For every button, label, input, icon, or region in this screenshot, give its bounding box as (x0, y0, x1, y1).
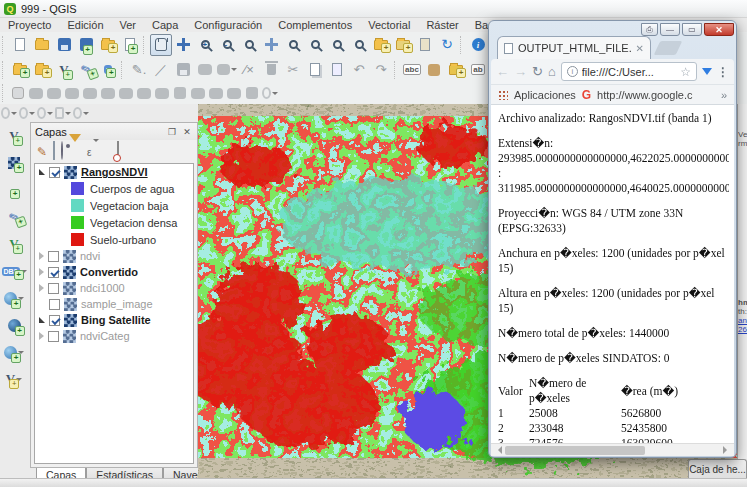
add-spatialite-layer-button[interactable]: , (2, 180, 26, 200)
page-info-icon[interactable]: i (567, 66, 578, 77)
zoom-out-button[interactable]: - (216, 34, 238, 56)
add-ellipse-button[interactable] (36, 105, 54, 121)
layer-checkbox[interactable] (48, 331, 59, 342)
download-arrow-icon[interactable] (702, 68, 712, 80)
paste-features-button[interactable] (326, 59, 348, 81)
home-button[interactable]: ⌂ (548, 65, 556, 79)
layer-item-ndvi[interactable]: ndvi (35, 248, 193, 264)
panel-float-button[interactable]: ❐ (166, 126, 178, 138)
highlight-labels-button[interactable] (445, 59, 467, 81)
move-feature-button[interactable] (216, 59, 238, 81)
label-button[interactable]: abc (401, 59, 423, 81)
layer-item-sample-image[interactable]: sample_image (35, 296, 193, 312)
layer-item-bing-satellite[interactable]: Bing Satellite (35, 312, 193, 328)
add-wfs-layer-button[interactable] (2, 342, 26, 362)
menu-ver[interactable]: Ver (112, 19, 145, 31)
close-tab-icon[interactable]: ✕ (636, 43, 644, 54)
expression-filter-button[interactable]: ε (87, 142, 98, 160)
expand-arrow-icon[interactable] (39, 332, 44, 340)
new-virtual-layer-button[interactable]: V (2, 369, 26, 389)
manage-map-themes-button[interactable] (61, 142, 63, 160)
browser-menu-icon[interactable]: ⋮ (717, 65, 729, 79)
add-raster-layer-button[interactable] (2, 153, 26, 173)
processing-toolbox-tab[interactable]: Caja de he... (688, 459, 747, 478)
add-wms-layer-button[interactable] (2, 288, 26, 308)
move-label-button[interactable]: ab (467, 59, 489, 81)
menu-raster[interactable]: Ráster (418, 19, 466, 31)
offset-curve-button[interactable] (171, 85, 189, 101)
menu-configuracion[interactable]: Configuración (186, 19, 270, 31)
collapse-arrow-icon[interactable] (39, 317, 45, 323)
collapse-arrow-icon[interactable] (39, 169, 45, 175)
menu-proyecto[interactable]: Proyecto (0, 19, 59, 31)
redo-button[interactable]: ↷ (370, 59, 392, 81)
new-gpx-button[interactable]: ✎ (75, 59, 97, 81)
add-regular-polygon-button[interactable] (72, 105, 90, 121)
add-mssql-layer-button[interactable]: V (2, 234, 26, 254)
link-fragment[interactable]: anc (738, 316, 747, 325)
add-vector-layer-button[interactable]: V (2, 126, 26, 146)
add-ogr-layer-button[interactable] (9, 59, 31, 81)
zoom-to-layer-button[interactable] (304, 34, 326, 56)
vertex-tool-button[interactable]: ⁄× (238, 59, 260, 81)
scrollbar-thumb[interactable] (505, 446, 645, 455)
menu-capa[interactable]: Capa (144, 19, 186, 31)
google-favicon[interactable]: G (582, 88, 591, 102)
add-db2-layer-button[interactable]: DB2 (2, 261, 26, 281)
apps-grid-icon[interactable] (498, 90, 508, 100)
scroll-left-icon[interactable] (494, 446, 502, 454)
layer-checkbox[interactable] (48, 267, 59, 278)
reload-button[interactable]: ↻ (532, 65, 543, 79)
identify-features-button[interactable]: i (467, 34, 489, 56)
zoom-to-selection-button[interactable] (282, 34, 304, 56)
horizontal-scrollbar[interactable] (491, 443, 734, 456)
menu-complementos[interactable]: Complementos (270, 19, 360, 31)
filter-legend-button[interactable] (69, 142, 81, 160)
toggle-editing-button[interactable]: ／ (150, 59, 172, 81)
zoom-native-button[interactable] (238, 34, 260, 56)
add-group-button[interactable] (53, 142, 55, 160)
menu-vectorial[interactable]: Vectorial (360, 19, 418, 31)
layer-checkbox[interactable] (49, 315, 60, 326)
bookmark-aplicaciones[interactable]: Aplicaciones (514, 89, 576, 101)
new-tab-button[interactable] (654, 41, 683, 55)
add-feature-button[interactable] (194, 59, 216, 81)
save-map-copy-button[interactable] (97, 34, 119, 56)
browser-tab[interactable]: OUTPUT_HTML_FILE.ht ✕ (497, 36, 651, 59)
copy-features-button[interactable] (304, 59, 326, 81)
delete-ring-button[interactable] (117, 85, 135, 101)
bookmarks-overflow-icon[interactable]: » (721, 89, 727, 101)
bookmark-google[interactable]: http://www.google.c (597, 89, 692, 101)
simplify-feature-button[interactable] (45, 85, 63, 101)
new-plugin-layer-button[interactable]: :: (97, 59, 119, 81)
layer-item-convertido[interactable]: Convertido (35, 264, 193, 280)
rotate-feature-button[interactable] (27, 85, 45, 101)
add-part-button[interactable] (81, 85, 99, 101)
split-parts-button[interactable] (207, 85, 225, 101)
forward-button[interactable]: → (514, 65, 527, 79)
delete-selected-button[interactable] (260, 59, 282, 81)
show-bookmarks-button[interactable] (392, 34, 414, 56)
trim-extend-button[interactable] (261, 85, 279, 101)
back-button[interactable]: ← (496, 65, 509, 79)
split-features-button[interactable] (189, 85, 207, 101)
layer-item-ndci1000[interactable]: ndci1000 (35, 280, 193, 296)
panel-close-button[interactable]: ✕ (181, 126, 193, 138)
close-window-button[interactable]: ✕ (704, 23, 734, 36)
add-wcs-layer-button[interactable] (2, 315, 26, 335)
zoom-next-button[interactable] (348, 34, 370, 56)
pan-map-button[interactable] (150, 34, 172, 56)
expand-arrow-icon[interactable] (39, 252, 44, 260)
fill-ring-button[interactable] (99, 85, 117, 101)
add-ring-button[interactable] (63, 85, 81, 101)
merge-features-button[interactable] (225, 85, 243, 101)
minimize-button[interactable]: — (660, 23, 680, 36)
new-bookmark-button[interactable] (370, 34, 392, 56)
new-project-button[interactable] (9, 34, 31, 56)
print-window-button[interactable]: ⎙ (641, 23, 658, 36)
layer-checkbox[interactable] (49, 167, 60, 178)
undo-button[interactable]: ↶ (348, 59, 370, 81)
add-delimited-text-button[interactable]: ✎ (2, 207, 26, 227)
maximize-button[interactable]: ▭ (682, 23, 702, 36)
pan-to-selection-button[interactable] (172, 34, 194, 56)
